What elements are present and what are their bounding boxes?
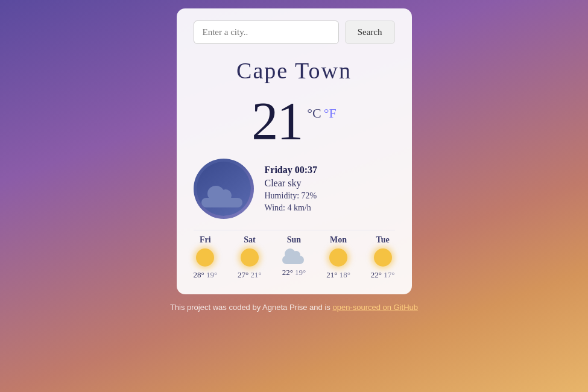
weather-humidity: Humidity: 72% [265, 191, 318, 201]
forecast-day: Sat27° 21° [238, 235, 262, 280]
humidity-value: 72% [302, 191, 317, 200]
forecast-day-label: Sun [287, 235, 301, 245]
forecast-icon [241, 248, 259, 267]
forecast-temps: 21° 18° [326, 270, 350, 280]
main-card: Search Cape Town 21 °C °F [177, 8, 412, 294]
footer: This project was coded by Agneta Prise a… [170, 303, 418, 312]
forecast-icon [374, 248, 392, 267]
wind-value: 4 km/h [287, 203, 311, 212]
forecast-icon [196, 248, 214, 267]
humidity-label: Humidity: [265, 191, 300, 200]
forecast-day: Mon21° 18° [326, 235, 350, 280]
footer-text: This project was coded by Agneta Prise a… [170, 303, 333, 312]
weather-condition: Clear sky [265, 178, 318, 189]
search-input[interactable] [194, 21, 339, 44]
weather-wind: Wind: 4 km/h [265, 203, 318, 213]
weather-datetime: Friday 00:37 [265, 165, 318, 175]
forecast-day-label: Mon [330, 235, 347, 245]
forecast-icon [329, 248, 347, 267]
forecast-temps: 28° 19° [194, 270, 218, 280]
forecast-day-label: Fri [200, 235, 211, 245]
forecast-icon [282, 248, 305, 264]
forecast-temps: 27° 21° [238, 270, 262, 280]
footer-link[interactable]: open-sourced on GitHub [332, 303, 418, 312]
search-row: Search [194, 21, 395, 44]
forecast-temps: 22° 17° [371, 270, 395, 280]
forecast-row: Fri28° 19°Sat27° 21°Sun22° 19°Mon21° 18°… [194, 230, 395, 280]
forecast-day-label: Tue [376, 235, 390, 245]
forecast-day: Sun22° 19° [282, 235, 306, 277]
forecast-day: Tue22° 17° [371, 235, 395, 280]
weather-detail-row: Friday 00:37 Clear sky Humidity: 72% Win… [194, 159, 395, 219]
wind-label: Wind: [265, 203, 285, 212]
forecast-temps: 22° 19° [282, 268, 306, 277]
unit-fahrenheit[interactable]: °F [324, 106, 337, 121]
weather-icon-circle [194, 159, 254, 219]
forecast-day-label: Sat [244, 235, 255, 245]
weather-info: Friday 00:37 Clear sky Humidity: 72% Win… [265, 165, 318, 213]
unit-celsius[interactable]: °C [307, 106, 321, 121]
city-name: Cape Town [236, 57, 352, 84]
forecast-day: Fri28° 19° [194, 235, 218, 280]
search-button[interactable]: Search [345, 21, 395, 44]
temperature-row: 21 °C °F [251, 95, 337, 148]
temperature-units: °C °F [307, 106, 337, 121]
temperature-value: 21 [251, 95, 302, 148]
